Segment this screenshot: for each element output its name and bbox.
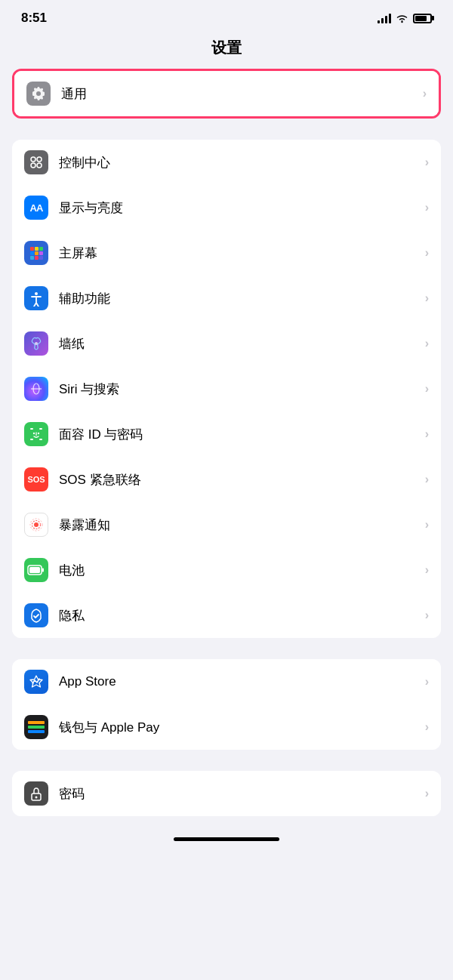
sidebar-item-general[interactable]: 通用 › bbox=[14, 71, 439, 116]
sos-chevron: › bbox=[425, 473, 429, 486]
settings-group-1: 通用 › bbox=[12, 69, 441, 119]
battery-chevron: › bbox=[425, 563, 429, 577]
svg-rect-30 bbox=[29, 567, 40, 573]
battery-settings-icon bbox=[24, 558, 48, 582]
password-icon bbox=[24, 781, 48, 806]
password-chevron: › bbox=[425, 787, 429, 800]
battery-label: 电池 bbox=[59, 562, 419, 579]
svg-rect-19 bbox=[30, 428, 33, 430]
exposure-label: 暴露通知 bbox=[59, 516, 419, 534]
control-center-chevron: › bbox=[425, 156, 429, 169]
svg-point-24 bbox=[38, 433, 39, 434]
svg-rect-20 bbox=[39, 428, 42, 430]
home-indicator bbox=[174, 837, 279, 841]
settings-group-2: App Store › 钱包与 Apple Pay › bbox=[12, 659, 441, 750]
sidebar-item-home-screen[interactable]: 主屏幕 › bbox=[12, 230, 441, 276]
privacy-chevron: › bbox=[425, 609, 429, 622]
svg-rect-12 bbox=[30, 256, 34, 260]
settings-group-3: 密码 › bbox=[12, 771, 441, 816]
sidebar-item-accessibility[interactable]: 辅助功能 › bbox=[12, 276, 441, 321]
home-screen-label: 主屏幕 bbox=[59, 245, 419, 262]
sidebar-item-sos[interactable]: SOS SOS 紧急联络 › bbox=[12, 457, 441, 502]
wallpaper-label: 墙纸 bbox=[59, 335, 419, 353]
display-chevron: › bbox=[425, 201, 429, 214]
faceid-icon bbox=[24, 422, 48, 446]
control-center-icon bbox=[24, 150, 48, 174]
wifi-icon bbox=[396, 14, 408, 23]
sidebar-item-display[interactable]: AA 显示与亮度 › bbox=[12, 185, 441, 230]
svg-point-16 bbox=[35, 342, 38, 345]
svg-rect-8 bbox=[39, 247, 43, 251]
svg-point-1 bbox=[36, 91, 41, 96]
sidebar-item-exposure[interactable]: 暴露通知 › bbox=[12, 502, 441, 547]
sos-icon: SOS bbox=[24, 467, 48, 492]
sidebar-item-siri[interactable]: Siri 与搜索 › bbox=[12, 366, 441, 411]
sidebar-item-wallpaper[interactable]: 墙纸 › bbox=[12, 321, 441, 366]
general-icon bbox=[26, 82, 51, 106]
svg-point-26 bbox=[34, 522, 39, 527]
sidebar-item-faceid[interactable]: 面容 ID 与密码 › bbox=[12, 411, 441, 457]
home-screen-icon bbox=[24, 241, 48, 265]
display-icon: AA bbox=[24, 196, 48, 220]
battery-icon bbox=[413, 14, 432, 23]
general-label: 通用 bbox=[61, 85, 417, 103]
svg-point-0 bbox=[401, 20, 402, 22]
privacy-icon bbox=[24, 603, 48, 627]
wallet-icon bbox=[24, 715, 48, 739]
svg-rect-31 bbox=[42, 569, 45, 572]
exposure-chevron: › bbox=[425, 518, 429, 532]
svg-point-4 bbox=[31, 163, 35, 168]
svg-point-15 bbox=[35, 292, 38, 295]
svg-rect-13 bbox=[35, 256, 39, 260]
settings-group-main: 控制中心 › AA 显示与亮度 › 主屏幕 › bbox=[12, 140, 441, 638]
status-time: 8:51 bbox=[21, 11, 47, 26]
appstore-label: App Store bbox=[59, 674, 419, 689]
display-label: 显示与亮度 bbox=[59, 199, 419, 217]
sidebar-item-appstore[interactable]: App Store › bbox=[12, 659, 441, 704]
svg-point-33 bbox=[35, 797, 38, 799]
svg-rect-21 bbox=[30, 439, 33, 440]
wallet-label: 钱包与 Apple Pay bbox=[59, 719, 419, 736]
status-icons bbox=[378, 13, 432, 23]
appstore-icon bbox=[24, 670, 48, 694]
wallpaper-chevron: › bbox=[425, 337, 429, 350]
svg-point-2 bbox=[31, 157, 35, 162]
svg-rect-9 bbox=[30, 251, 34, 255]
wallet-chevron: › bbox=[425, 720, 429, 734]
accessibility-chevron: › bbox=[425, 291, 429, 305]
svg-rect-11 bbox=[39, 251, 43, 255]
exposure-icon bbox=[24, 513, 48, 537]
sidebar-item-battery[interactable]: 电池 › bbox=[12, 547, 441, 593]
home-screen-chevron: › bbox=[425, 246, 429, 260]
general-chevron: › bbox=[423, 87, 427, 100]
sos-label: SOS 紧急联络 bbox=[59, 471, 419, 488]
wallpaper-icon bbox=[24, 331, 48, 356]
sidebar-item-privacy[interactable]: 隐私 › bbox=[12, 593, 441, 638]
svg-rect-7 bbox=[35, 247, 39, 251]
siri-label: Siri 与搜索 bbox=[59, 381, 419, 398]
signal-icon bbox=[378, 13, 391, 23]
sidebar-item-control-center[interactable]: 控制中心 › bbox=[12, 140, 441, 185]
svg-rect-14 bbox=[39, 256, 43, 260]
svg-rect-6 bbox=[30, 247, 34, 251]
faceid-label: 面容 ID 与密码 bbox=[59, 426, 419, 443]
svg-rect-10 bbox=[35, 251, 39, 255]
accessibility-icon bbox=[24, 286, 48, 310]
svg-point-3 bbox=[37, 157, 42, 162]
svg-rect-22 bbox=[39, 439, 42, 440]
status-bar: 8:51 bbox=[0, 0, 453, 32]
siri-icon bbox=[24, 377, 48, 401]
svg-point-5 bbox=[37, 163, 42, 168]
svg-point-23 bbox=[33, 433, 35, 434]
page-title: 设置 bbox=[0, 32, 453, 69]
sidebar-item-password[interactable]: 密码 › bbox=[12, 771, 441, 816]
appstore-chevron: › bbox=[425, 675, 429, 689]
privacy-label: 隐私 bbox=[59, 607, 419, 624]
faceid-chevron: › bbox=[425, 427, 429, 441]
siri-chevron: › bbox=[425, 382, 429, 396]
sidebar-item-wallet[interactable]: 钱包与 Apple Pay › bbox=[12, 704, 441, 750]
accessibility-label: 辅助功能 bbox=[59, 290, 419, 307]
password-label: 密码 bbox=[59, 785, 419, 803]
control-center-label: 控制中心 bbox=[59, 154, 419, 171]
